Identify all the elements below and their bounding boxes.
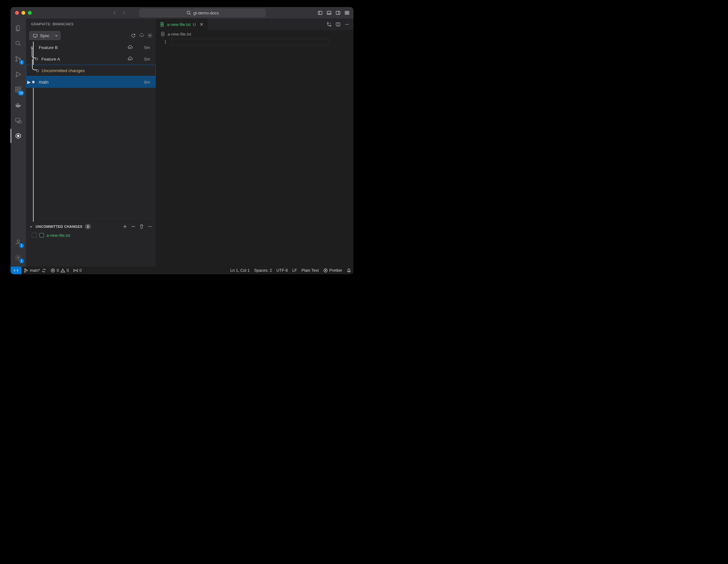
sync-dropdown[interactable] (53, 31, 61, 40)
maximize-window-icon[interactable] (28, 11, 32, 15)
more-icon[interactable] (344, 22, 350, 27)
tab-bar: a-new-file.txt U (156, 19, 353, 30)
status-cursor[interactable]: Ln 1, Col 1 (228, 267, 252, 274)
svg-point-30 (345, 24, 346, 25)
breadcrumb-file: a-new-file.txt (168, 32, 191, 37)
split-editor-icon[interactable] (335, 22, 341, 27)
status-language[interactable]: Plain Text (299, 267, 321, 274)
cloud-upload-icon[interactable] (128, 56, 133, 62)
branch-row-feature-a[interactable]: Feature A 5m (26, 53, 156, 65)
branch-name: Feature B (39, 45, 58, 50)
status-bar: main* 0 0 0 Ln 1, Col 1 Spaces: 2 UTF-8 … (11, 267, 353, 274)
command-center-text: gt-demo-docs (193, 11, 219, 15)
activity-settings[interactable]: 1 (11, 251, 26, 265)
svg-point-28 (330, 25, 331, 26)
svg-point-20 (17, 240, 19, 242)
status-spaces[interactable]: Spaces: 2 (252, 267, 274, 274)
svg-rect-18 (19, 121, 21, 123)
branch-time: 5m (144, 45, 150, 50)
status-notifications[interactable] (344, 267, 353, 274)
section-header[interactable]: UNCOMMITTED CHANGES 0 (26, 222, 156, 231)
chevron-down-icon (29, 225, 33, 228)
code-area[interactable] (171, 38, 341, 267)
command-center[interactable]: gt-demo-docs (139, 9, 266, 17)
minimap[interactable] (341, 38, 353, 267)
gear-icon[interactable] (147, 33, 153, 38)
branch-name: Feature A (41, 57, 60, 62)
more-icon[interactable] (147, 224, 153, 229)
tab-status: U (193, 22, 196, 27)
cloud-upload-icon[interactable] (128, 45, 133, 50)
activity-search[interactable] (11, 37, 26, 51)
bell-icon (347, 268, 351, 273)
close-window-icon[interactable] (15, 11, 19, 15)
changed-file-name: a-new-file.txt (46, 233, 70, 238)
remove-icon[interactable] (131, 224, 136, 229)
uncommitted-label: Uncommitted changes (42, 68, 85, 73)
editor-tab[interactable]: a-new-file.txt U (156, 19, 208, 30)
activity-graphite[interactable] (11, 129, 26, 143)
branch-row-feature-b[interactable]: Feature B 5m (26, 42, 156, 53)
activity-source-control[interactable]: 1 (11, 52, 26, 66)
svg-rect-4 (345, 11, 347, 12)
status-problems[interactable]: 0 0 (48, 267, 71, 274)
status-ports[interactable]: 0 (71, 267, 84, 274)
svg-rect-2 (327, 11, 331, 14)
file-checkbox[interactable] (32, 233, 37, 238)
svg-rect-14 (16, 90, 18, 92)
trash-icon[interactable] (139, 224, 144, 229)
branch-row-main[interactable]: ▶ main 6m (26, 76, 156, 88)
tab-actions (327, 19, 353, 30)
sidebar-title: GRAPHITE: BRANCHES (26, 19, 156, 29)
cursor-line-highlight (171, 39, 329, 45)
activity-run-debug[interactable] (11, 67, 26, 81)
compare-changes-icon[interactable] (327, 22, 332, 27)
activity-accounts[interactable]: 1 (11, 235, 26, 249)
branch-row-uncommitted[interactable]: Uncommitted changes (26, 65, 156, 76)
svg-point-12 (16, 76, 17, 77)
layout-secondary-icon[interactable] (335, 10, 341, 15)
status-branch[interactable]: main* (21, 267, 48, 274)
status-prettier[interactable]: Prettier (321, 267, 344, 274)
status-encoding[interactable]: UTF-8 (274, 267, 290, 274)
svg-rect-16 (19, 87, 21, 89)
activity-docker[interactable] (11, 98, 26, 112)
breadcrumb[interactable]: a-new-file.txt (156, 30, 353, 38)
svg-point-37 (75, 270, 76, 271)
sync-button[interactable]: Sync (29, 31, 53, 40)
line-number: 1 (156, 39, 167, 44)
svg-point-11 (19, 58, 21, 60)
title-bar: gt-demo-docs (11, 7, 353, 19)
editor-body[interactable]: 1 (156, 38, 353, 267)
remote-indicator[interactable] (11, 267, 21, 274)
svg-point-0 (187, 11, 190, 14)
current-branch-caret-icon: ▶ (27, 79, 31, 85)
accounts-badge: 1 (19, 243, 24, 248)
changed-file-row[interactable]: + a-new-file.txt (26, 231, 156, 239)
file-icon (160, 22, 165, 27)
tab-name: a-new-file.txt (167, 22, 191, 27)
editor-window: gt-demo-docs 1 1 (11, 7, 353, 274)
refresh-icon[interactable] (131, 33, 136, 38)
layout-customize-icon[interactable] (344, 10, 350, 15)
status-eol[interactable]: LF (290, 267, 299, 274)
activity-remote-explorer[interactable] (11, 113, 26, 128)
svg-point-8 (16, 41, 20, 45)
svg-point-32 (348, 24, 349, 25)
nav-forward-icon[interactable] (121, 10, 126, 15)
branch-time: 5m (144, 57, 150, 62)
activity-extensions[interactable]: 19 (11, 83, 26, 97)
layout-panel-icon[interactable] (327, 10, 332, 15)
minimize-window-icon[interactable] (21, 11, 25, 15)
cloud-download-icon[interactable] (139, 33, 144, 38)
add-icon[interactable] (122, 224, 128, 229)
activity-bar: 1 19 1 1 (11, 19, 26, 267)
close-icon[interactable] (199, 22, 204, 27)
svg-point-23 (149, 35, 151, 36)
svg-point-19 (17, 135, 19, 137)
layout-primary-icon[interactable] (318, 10, 323, 15)
activity-explorer[interactable] (11, 21, 26, 35)
svg-rect-22 (33, 34, 37, 37)
nav-back-icon[interactable] (112, 10, 117, 15)
svg-point-27 (327, 22, 328, 24)
